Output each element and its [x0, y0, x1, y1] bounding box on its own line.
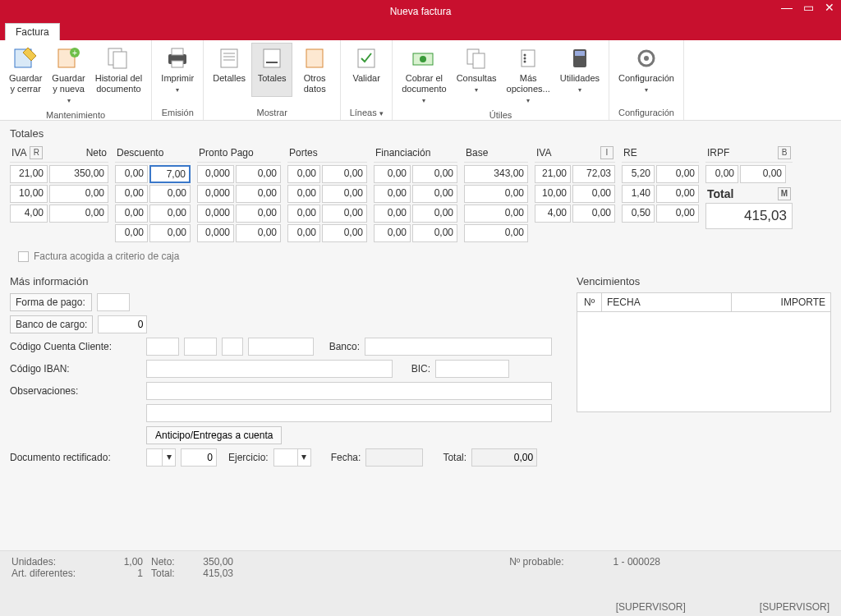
desc-p[interactable]: 0,00 — [115, 205, 148, 223]
fin-p[interactable]: 0,00 — [374, 165, 411, 183]
caja-checkbox[interactable] — [18, 251, 29, 262]
doc-rect-serie[interactable] — [146, 448, 163, 467]
desc-p[interactable]: 0,00 — [115, 185, 148, 203]
anticipo-button[interactable]: Anticipo/Entregas a cuenta — [146, 426, 282, 444]
irpf-p[interactable]: 0,00 — [705, 165, 738, 183]
pp-p[interactable]: 0,000 — [197, 165, 234, 183]
forma-pago-code[interactable] — [97, 293, 130, 311]
base-cell[interactable]: 0,00 — [464, 224, 528, 242]
iva2-v[interactable]: 72,03 — [572, 165, 615, 183]
validar-button[interactable]: Validar — [346, 43, 387, 86]
base-cell[interactable]: 0,00 — [464, 185, 528, 203]
mas-opciones-button[interactable]: Más opciones... ▾ — [503, 43, 554, 108]
guardar-nueva-button[interactable]: + Guardar y nueva ▾ — [48, 43, 89, 108]
port-v[interactable]: 0,00 — [322, 185, 367, 203]
fin-v[interactable]: 0,00 — [412, 224, 457, 242]
iva2-p[interactable]: 4,00 — [535, 205, 571, 223]
doc-rect-num[interactable] — [181, 448, 217, 467]
totales-button[interactable]: Totales — [251, 43, 292, 97]
banco-cargo-button[interactable]: Banco de cargo: — [10, 315, 93, 333]
vencimientos-table[interactable]: Nº FECHA IMPORTE — [577, 292, 831, 412]
fin-p[interactable]: 0,00 — [374, 205, 411, 223]
b-tag[interactable]: B — [778, 146, 791, 159]
m-tag[interactable]: M — [778, 187, 791, 200]
ejercicio-dropdown[interactable]: ▾ — [298, 448, 311, 467]
port-v[interactable]: 0,00 — [322, 224, 367, 242]
configuracion-button[interactable]: Configuración ▾ — [614, 43, 678, 98]
base-cell[interactable]: 0,00 — [464, 205, 528, 223]
fin-v[interactable]: 0,00 — [412, 185, 457, 203]
fin-v[interactable]: 0,00 — [412, 165, 457, 183]
pp-v[interactable]: 0,00 — [236, 205, 281, 223]
fin-p[interactable]: 0,00 — [374, 224, 411, 242]
neto-cell[interactable]: 0,00 — [49, 205, 108, 223]
base-cell[interactable]: 343,00 — [464, 165, 528, 183]
maximize-button[interactable]: ▭ — [802, 2, 815, 15]
iva2-v[interactable]: 0,00 — [572, 185, 615, 203]
utilidades-button[interactable]: Utilidades ▾ — [556, 43, 604, 108]
r-tag[interactable]: R — [30, 146, 43, 159]
re-p[interactable]: 5,20 — [622, 165, 655, 183]
bic-input[interactable] — [435, 360, 509, 378]
port-p[interactable]: 0,00 — [287, 205, 320, 223]
desc-v[interactable]: 0,00 — [149, 185, 191, 203]
pp-v[interactable]: 0,00 — [236, 185, 281, 203]
re-v[interactable]: 0,00 — [656, 185, 699, 203]
re-p[interactable]: 1,40 — [622, 185, 655, 203]
iva-cell[interactable]: 21,00 — [10, 165, 48, 183]
port-p[interactable]: 0,00 — [287, 224, 320, 242]
iva2-p[interactable]: 10,00 — [535, 185, 571, 203]
neto-cell[interactable]: 0,00 — [49, 185, 108, 203]
banco-cargo-input[interactable] — [98, 315, 147, 333]
fin-v[interactable]: 0,00 — [412, 205, 457, 223]
obs-input-2[interactable] — [146, 404, 552, 422]
desc-v-active[interactable]: 7,00 — [149, 165, 191, 183]
port-v[interactable]: 0,00 — [322, 165, 367, 183]
ccc-4[interactable] — [248, 338, 314, 356]
otros-datos-button[interactable]: Otros datos — [294, 43, 335, 97]
port-p[interactable]: 0,00 — [287, 185, 320, 203]
doc-rect-dropdown[interactable]: ▾ — [163, 448, 176, 467]
fin-p[interactable]: 0,00 — [374, 185, 411, 203]
pp-p[interactable]: 0,000 — [197, 205, 234, 223]
detalles-button[interactable]: Detalles — [209, 43, 250, 97]
desc-p[interactable]: 0,00 — [115, 224, 148, 242]
iva2-v[interactable]: 0,00 — [572, 205, 615, 223]
iban-input[interactable] — [146, 360, 393, 378]
minimize-button[interactable]: — — [780, 2, 793, 15]
banco-input[interactable] — [365, 338, 552, 356]
ccc-2[interactable] — [184, 338, 217, 356]
re-v[interactable]: 0,00 — [656, 205, 699, 223]
pp-v[interactable]: 0,00 — [236, 224, 281, 242]
obs-input-1[interactable] — [146, 382, 552, 400]
pp-p[interactable]: 0,000 — [197, 185, 234, 203]
irpf-v[interactable]: 0,00 — [740, 165, 786, 183]
forma-pago-button[interactable]: Forma de pago: — [10, 293, 92, 311]
re-v[interactable]: 0,00 — [656, 165, 699, 183]
neto-cell[interactable]: 350,00 — [49, 165, 108, 183]
consultas-button[interactable]: Consultas ▾ — [453, 43, 501, 108]
historial-button[interactable]: Historial del documento — [91, 43, 146, 108]
cobrar-button[interactable]: Cobrar el documento ▾ — [398, 43, 450, 108]
desc-p[interactable]: 0,00 — [115, 165, 148, 183]
iva2-p[interactable]: 21,00 — [535, 165, 571, 183]
re-p[interactable]: 0,50 — [622, 205, 655, 223]
port-v[interactable]: 0,00 — [322, 205, 367, 223]
ejercicio-input[interactable] — [273, 448, 298, 467]
tab-factura[interactable]: Factura — [5, 23, 60, 40]
pp-p[interactable]: 0,000 — [197, 224, 234, 242]
ccc-3[interactable] — [222, 338, 243, 356]
close-button[interactable]: ✕ — [823, 2, 836, 15]
desc-v[interactable]: 0,00 — [149, 205, 191, 223]
iva-cell[interactable]: 10,00 — [10, 185, 48, 203]
guardar-cerrar-button[interactable]: Guardar y cerrar — [5, 43, 46, 108]
desc-v[interactable]: 0,00 — [149, 224, 191, 242]
ccc-1[interactable] — [146, 338, 179, 356]
imprimir-button[interactable]: Imprimir ▾ — [157, 43, 198, 98]
i-tag[interactable]: I — [600, 146, 614, 159]
port-p[interactable]: 0,00 — [287, 165, 320, 183]
iva-cell[interactable]: 4,00 — [10, 205, 48, 223]
pp-v[interactable]: 0,00 — [236, 165, 281, 183]
section-venc-title: Vencimientos — [577, 269, 831, 292]
other-data-icon — [301, 45, 328, 71]
